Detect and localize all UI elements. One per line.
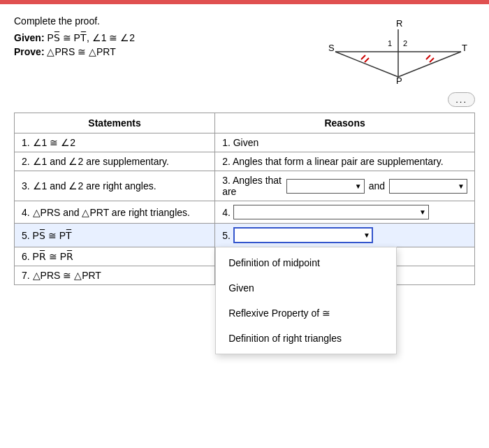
diagram-svg: R S T P 1 2 [325,15,472,85]
statement-2: 2. ∠1 and ∠2 are supplementary. [15,152,215,171]
statement-3: 3. ∠1 and ∠2 are right angles. [15,171,215,201]
reason-3-select1-wrapper: supplementary congruent right angles [286,179,365,194]
reason-5-num: 5. [222,230,231,241]
reason-5-select[interactable]: Given Definition of midpoint Reflexive P… [233,227,373,243]
dropdown-item-given[interactable]: Given [216,275,396,301]
prove-line: Prove: △PRS ≅ △PRT [14,46,321,57]
label-P: P [396,75,402,85]
label-2: 2 [403,39,407,48]
reason-4-select[interactable]: Definition of right triangles Given Refl… [233,205,429,219]
reason-5-dropdown: Definition of midpoint Given Reflexive P… [215,247,397,354]
statement-7: 7. △PRS ≅ △PRT [15,266,215,285]
ellipsis-area: ... [14,92,475,107]
diagram-area: R S T P 1 2 [321,15,475,85]
given-label: Given: [14,32,47,43]
reason-4-content: 4. Definition of right triangles Given R… [222,205,467,219]
reason-3: 3. Angles that are supplementary congrue… [215,171,475,201]
given-value: PS̅ ≅ PT̅, ∠1 ≅ ∠2 [47,32,135,43]
reason-2: 2. Angles that form a linear pair are su… [215,152,475,171]
main-content: Complete the proof. Given: PS̅ ≅ PT̅, ∠1… [0,4,489,292]
reason-5-select-wrapper: Given Definition of midpoint Reflexive P… [233,227,373,243]
table-row: 5. PS̅ ≅ PT̅ 5. Given Definition of midp… [15,224,475,247]
label-S: S [328,43,335,53]
reason-4-num: 4. [222,207,231,218]
reason-5-content: 5. Given Definition of midpoint Reflexiv… [222,227,467,243]
reason-3-content: 3. Angles that are supplementary congrue… [222,175,467,197]
svg-line-7 [430,58,434,62]
svg-line-4 [361,55,365,59]
ellipsis-button[interactable]: ... [448,92,475,107]
svg-line-6 [426,55,430,59]
table-row: 4. △PRS and △PRT are right triangles. 4.… [15,201,475,224]
svg-line-5 [365,58,369,62]
reason-5-cell: 5. Given Definition of midpoint Reflexiv… [215,224,475,247]
statement-4: 4. △PRS and △PRT are right triangles. [15,201,215,224]
reason-3-and: and [369,180,385,192]
prove-label: Prove: [14,46,47,57]
header-section: Complete the proof. Given: PS̅ ≅ PT̅, ∠1… [14,15,475,85]
proof-table: Statements Reasons 1. ∠1 ≅ ∠2 1. Given 2… [14,113,475,285]
reason-4-select-wrapper: Definition of right triangles Given Refl… [233,205,429,219]
label-T: T [462,43,467,53]
table-row: 3. ∠1 and ∠2 are right angles. 3. Angles… [15,171,475,201]
statement-5: 5. PS̅ ≅ PT̅ [15,224,215,247]
table-row: 1. ∠1 ≅ ∠2 1. Given [15,133,475,152]
col-statements-header: Statements [15,113,215,133]
table-row: 2. ∠1 and ∠2 are supplementary. 2. Angle… [15,152,475,171]
svg-line-1 [335,52,398,77]
dropdown-item-right-triangles[interactable]: Definition of right triangles [216,326,396,351]
complete-proof-label: Complete the proof. [14,15,321,27]
col-reasons-header: Reasons [215,113,475,133]
dropdown-item-reflexive[interactable]: Reflexive Property of ≅ [216,301,396,326]
label-R: R [396,18,402,29]
given-info: Complete the proof. Given: PS̅ ≅ PT̅, ∠1… [14,15,321,57]
reason-3-select2-wrapper: supplementary congruent right angles [389,179,467,194]
reason-3-select2[interactable]: supplementary congruent right angles [389,179,467,194]
dropdown-item-midpoint[interactable]: Definition of midpoint [216,250,396,275]
label-1: 1 [388,39,392,48]
reason-3-prefix: 3. Angles that are [222,175,282,197]
reason-1: 1. Given [215,133,475,152]
reason-4: 4. Definition of right triangles Given R… [215,201,475,224]
given-line: Given: PS̅ ≅ PT̅, ∠1 ≅ ∠2 [14,32,321,43]
reason-3-select1[interactable]: supplementary congruent right angles [286,179,365,194]
statement-6: 6. PR̅ ≅ PR̅ [15,247,215,266]
prove-value: △PRS ≅ △PRT [47,46,115,57]
statement-1: 1. ∠1 ≅ ∠2 [15,133,215,152]
